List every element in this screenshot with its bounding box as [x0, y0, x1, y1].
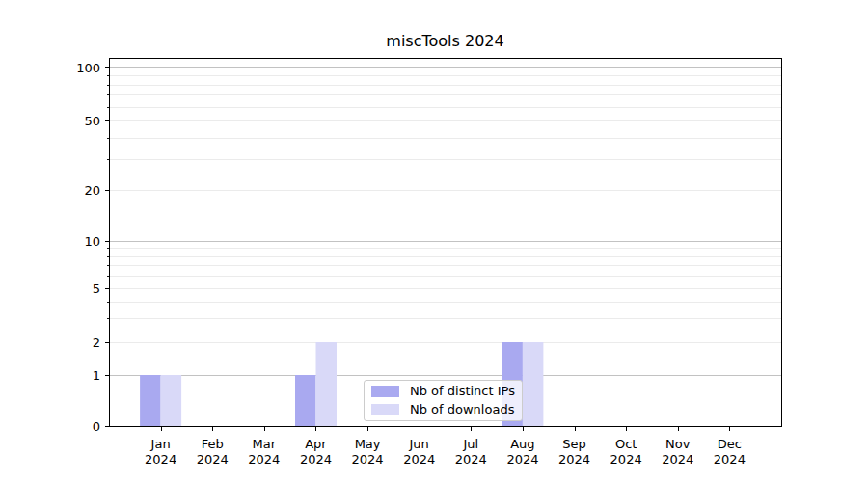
y-tick-label: 5 [93, 281, 100, 296]
x-tick-label-year: 2024 [558, 452, 590, 467]
x-tick-label-month: Nov [665, 437, 691, 451]
y-tick-label: 0 [93, 419, 100, 434]
legend: Nb of distinct IPs Nb of downloads [364, 380, 523, 421]
x-tick-label-month: Apr [305, 437, 327, 451]
x-tick-label-year: 2024 [403, 452, 435, 467]
legend-item-distinct-ips: Nb of distinct IPs [371, 384, 516, 399]
x-tick-label-year: 2024 [662, 452, 693, 467]
y-tick-label: 1 [93, 368, 100, 383]
x-tick-label-month: Dec [718, 437, 742, 451]
bar-jan-distinct-ips [140, 375, 161, 426]
x-tick-label-year: 2024 [197, 452, 229, 467]
x-tick-label-year: 2024 [610, 452, 642, 467]
y-tick-label: 100 [76, 61, 100, 75]
x-tick-label-month: May [355, 437, 381, 451]
y-tick-label: 10 [84, 234, 100, 249]
legend-label-distinct-ips: Nb of distinct IPs [410, 384, 515, 399]
x-tick-label-month: Aug [510, 437, 534, 451]
x-tick-label-year: 2024 [145, 452, 176, 467]
x-tick-label-year: 2024 [248, 452, 280, 467]
x-tick-label-year: 2024 [506, 452, 538, 467]
x-tick-label-month: Feb [202, 437, 224, 451]
x-tick-label-year: 2024 [300, 452, 332, 467]
bar-apr-distinct-ips [295, 375, 316, 426]
legend-item-downloads: Nb of downloads [371, 402, 516, 417]
legend-swatch-downloads [371, 404, 399, 415]
bar-aug-downloads [523, 342, 544, 426]
x-tick-label-year: 2024 [352, 452, 384, 467]
y-tick-label: 20 [84, 183, 100, 198]
y-tick-label: 50 [84, 114, 100, 128]
x-tick-label-month: Jan [150, 437, 171, 451]
x-tick-label-year: 2024 [714, 452, 746, 467]
y-tick-label: 2 [93, 335, 100, 350]
bar-jan-downloads [161, 375, 182, 426]
bar-apr-downloads [316, 342, 338, 426]
legend-swatch-distinct-ips [371, 386, 399, 397]
x-tick-label-month: Jul [462, 437, 478, 451]
legend-label-downloads: Nb of downloads [410, 402, 514, 417]
x-tick-label-month: Sep [562, 437, 586, 451]
x-tick-label-year: 2024 [455, 452, 487, 467]
x-tick-label-month: Oct [615, 437, 637, 451]
plot-border [110, 59, 782, 427]
x-tick-label-month: Mar [253, 437, 277, 451]
x-tick-label-month: Jun [409, 437, 429, 451]
figure: miscTools 2024 0125102050100Jan2024Feb20… [0, 0, 868, 482]
